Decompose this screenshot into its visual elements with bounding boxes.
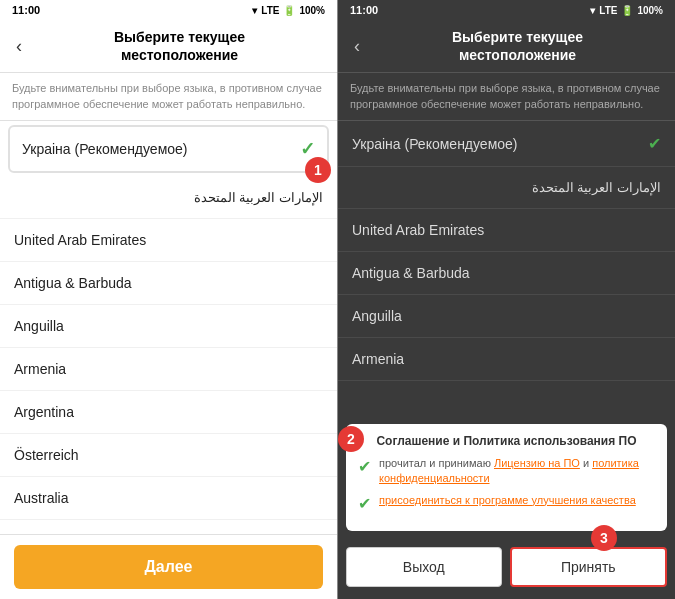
right-back-button[interactable]: ‹: [350, 32, 364, 61]
circle-3: 3: [591, 525, 617, 551]
check-icon: ✔: [648, 134, 661, 153]
list-item[interactable]: Украіна (Рекомендуемое) ✓ 1: [8, 125, 329, 173]
list-item[interactable]: Armenia: [0, 348, 337, 391]
agreement-item-2: ✔ присоединиться к программе улучшения к…: [358, 493, 655, 515]
list-item[interactable]: Anguilla: [338, 295, 675, 338]
agreement-title: Соглашение и Политика использования ПО: [358, 434, 655, 448]
check-icon-2: ✔: [358, 493, 371, 515]
wifi-icon: ▾: [252, 5, 257, 16]
right-list-container: Украіна (Рекомендуемое) ✔ الإمارات العرب…: [338, 121, 675, 416]
list-item-label: Armenia: [14, 361, 66, 377]
left-time: 11:00: [12, 4, 40, 16]
list-item-label: Antigua & Barbuda: [352, 265, 470, 281]
agreement-text-1: прочитал и принимаю Лицензию на ПО и пол…: [379, 456, 655, 487]
signal-icon: LTE: [599, 5, 617, 16]
left-status-icons: ▾ LTE 🔋 100%: [252, 5, 325, 16]
list-item[interactable]: United Arab Emirates: [338, 209, 675, 252]
left-list-container: Украіна (Рекомендуемое) ✓ 1 الإمارات الع…: [0, 121, 337, 534]
circle-2: 2: [338, 426, 364, 452]
list-item[interactable]: Украіна (Рекомендуемое) ✔: [338, 121, 675, 167]
list-item[interactable]: الإمارات العربية المتحدة: [338, 167, 675, 209]
right-warning-text: Будьте внимательны при выборе языка, в п…: [338, 73, 675, 121]
left-page-title: Выберите текущее местоположение: [34, 28, 325, 64]
exit-button[interactable]: Выход: [346, 547, 502, 587]
right-panel: 11:00 ▾ LTE 🔋 100% ‹ Выберите текущее ме…: [338, 0, 675, 599]
list-item-label: الإمارات العربية المتحدة: [532, 180, 661, 195]
left-bottom-bar: Далее: [0, 534, 337, 599]
accept-button[interactable]: Принять: [510, 547, 668, 587]
right-status-icons: ▾ LTE 🔋 100%: [590, 5, 663, 16]
license-link[interactable]: Лицензию на ПО: [494, 457, 580, 469]
list-item[interactable]: Antigua & Barbuda: [338, 252, 675, 295]
circle-1: 1: [305, 157, 331, 183]
list-item-label: Украіна (Рекомендуемое): [352, 136, 518, 152]
left-back-button[interactable]: ‹: [12, 32, 26, 61]
list-item[interactable]: Antigua & Barbuda: [0, 262, 337, 305]
agreement-text-2: присоединиться к программе улучшения кач…: [379, 493, 636, 508]
list-item-label: Anguilla: [352, 308, 402, 324]
list-item-label: Österreich: [14, 447, 79, 463]
left-header: ‹ Выберите текущее местоположение: [0, 20, 337, 73]
signal-icon: LTE: [261, 5, 279, 16]
list-item[interactable]: Anguilla: [0, 305, 337, 348]
agreement-item-1: ✔ прочитал и принимаю Лицензию на ПО и п…: [358, 456, 655, 487]
list-item-label: Украіна (Рекомендуемое): [22, 141, 188, 157]
list-item-label: الإمارات العربية المتحدة: [194, 190, 323, 205]
list-item-label: Armenia: [352, 351, 404, 367]
quality-link[interactable]: присоединиться к программе улучшения кач…: [379, 494, 636, 506]
list-item[interactable]: Australia: [0, 477, 337, 520]
list-item[interactable]: United Arab Emirates: [0, 219, 337, 262]
right-status-bar: 11:00 ▾ LTE 🔋 100%: [338, 0, 675, 20]
list-item-label: Argentina: [14, 404, 74, 420]
right-time: 11:00: [350, 4, 378, 16]
battery-percent: 100%: [299, 5, 325, 16]
list-item-label: Antigua & Barbuda: [14, 275, 132, 291]
battery-icon: 🔋: [283, 5, 295, 16]
list-item[interactable]: Armenia: [338, 338, 675, 381]
right-header: ‹ Выберите текущее местоположение: [338, 20, 675, 73]
right-bottom-section: Соглашение и Политика использования ПО ✔…: [338, 416, 675, 599]
agreement-box: Соглашение и Политика использования ПО ✔…: [346, 424, 667, 531]
next-button[interactable]: Далее: [14, 545, 323, 589]
battery-icon: 🔋: [621, 5, 633, 16]
battery-percent: 100%: [637, 5, 663, 16]
agreement-actions: Выход Принять 3: [338, 539, 675, 595]
list-item[interactable]: Österreich: [0, 434, 337, 477]
left-warning-text: Будьте внимательны при выборе языка, в п…: [0, 73, 337, 121]
list-item[interactable]: Argentina: [0, 391, 337, 434]
list-item-label: Australia: [14, 490, 68, 506]
list-item[interactable]: الإمارات العربية المتحدة: [0, 177, 337, 219]
wifi-icon: ▾: [590, 5, 595, 16]
list-item-label: Anguilla: [14, 318, 64, 334]
left-panel: 11:00 ▾ LTE 🔋 100% ‹ Выберите текущее ме…: [0, 0, 337, 599]
check-icon-1: ✔: [358, 456, 371, 478]
right-page-title: Выберите текущее местоположение: [372, 28, 663, 64]
list-item-label: United Arab Emirates: [14, 232, 146, 248]
left-status-bar: 11:00 ▾ LTE 🔋 100%: [0, 0, 337, 20]
list-item-label: United Arab Emirates: [352, 222, 484, 238]
